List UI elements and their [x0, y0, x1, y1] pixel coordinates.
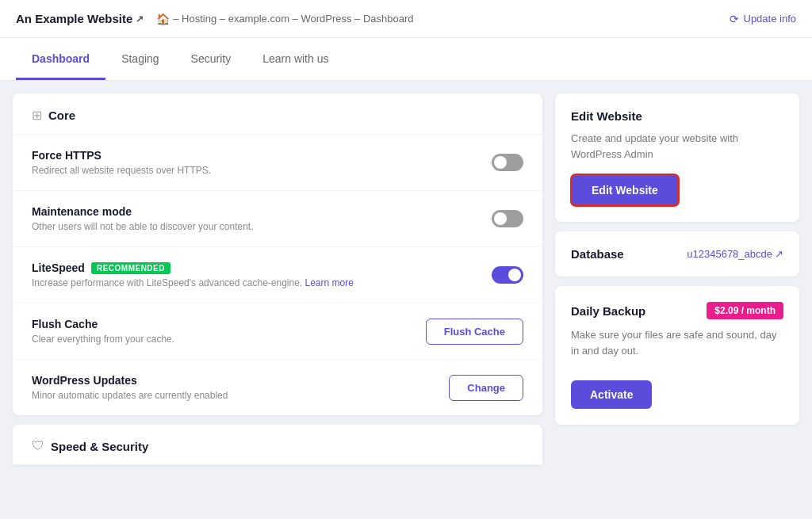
backup-header: Daily Backup $2.09 / month [571, 302, 783, 319]
force-https-info: Force HTTPS Redirect all website request… [32, 149, 492, 176]
force-https-name: Force HTTPS [32, 149, 492, 162]
tab-learn[interactable]: Learn with us [247, 38, 344, 80]
tab-dashboard[interactable]: Dashboard [16, 38, 105, 80]
shield-icon: 🛡 [32, 439, 44, 453]
wordpress-updates-name: WordPress Updates [32, 374, 449, 387]
maintenance-mode-desc: Other users will not be able to discover… [32, 221, 492, 232]
maintenance-mode-info: Maintenance mode Other users will not be… [32, 205, 492, 232]
recommended-badge: RECOMMENDED [91, 262, 170, 274]
flush-cache-name: Flush Cache [32, 318, 426, 330]
maintenance-mode-slider [492, 210, 523, 227]
wordpress-updates-info: WordPress Updates Minor automatic update… [32, 374, 449, 401]
edit-website-desc: Create and update your website with Word… [571, 131, 783, 162]
flush-cache-info: Flush Cache Clear everything from your c… [32, 318, 426, 345]
database-title: Database [571, 247, 624, 261]
layers-icon: ⊞ [32, 108, 42, 123]
home-icon: 🏠 [156, 13, 170, 25]
database-row: Database u12345678_abcde ↗ [571, 247, 783, 261]
litespeed-row: LiteSpeed RECOMMENDED Increase performan… [13, 247, 542, 303]
tabs-bar: Dashboard Staging Security Learn with us [0, 38, 812, 81]
update-info-button[interactable]: ⟳ Update info [730, 13, 797, 25]
flush-cache-desc: Clear everything from your cache. [32, 334, 426, 345]
backup-price-badge: $2.09 / month [707, 302, 783, 319]
main-content: ⊞ Core Force HTTPS Redirect all website … [0, 93, 812, 478]
speed-security-card: 🛡 Speed & Security [13, 425, 542, 465]
maintenance-mode-name: Maintenance mode [32, 205, 492, 218]
litespeed-info: LiteSpeed RECOMMENDED Increase performan… [32, 261, 492, 288]
litespeed-toggle[interactable] [492, 266, 523, 284]
activate-button[interactable]: Activate [571, 380, 652, 409]
wordpress-updates-desc: Minor automatic updates are currently en… [32, 390, 449, 401]
learn-more-link[interactable]: Learn more [305, 277, 354, 288]
backup-title: Daily Backup [571, 304, 645, 318]
site-title: An Example Website ↗ [16, 12, 144, 25]
speed-security-title: Speed & Security [51, 440, 148, 453]
litespeed-slider [492, 266, 523, 284]
right-panel: Edit Website Create and update your webs… [555, 93, 799, 465]
maintenance-mode-toggle[interactable] [492, 210, 523, 227]
left-panel: ⊞ Core Force HTTPS Redirect all website … [13, 93, 542, 465]
core-card: ⊞ Core Force HTTPS Redirect all website … [13, 93, 542, 415]
litespeed-name: LiteSpeed RECOMMENDED [32, 261, 492, 274]
force-https-slider [492, 154, 523, 171]
wordpress-updates-row: WordPress Updates Minor automatic update… [13, 360, 542, 415]
top-header: An Example Website ↗ 🏠 – Hosting – examp… [0, 0, 812, 38]
maintenance-mode-row: Maintenance mode Other users will not be… [13, 191, 542, 247]
force-https-row: Force HTTPS Redirect all website request… [13, 135, 542, 191]
flush-cache-row: Flush Cache Clear everything from your c… [13, 303, 542, 360]
breadcrumb: 🏠 – Hosting – example.com – WordPress – … [156, 13, 413, 25]
speed-security-header: 🛡 Speed & Security [13, 425, 542, 465]
database-link[interactable]: u12345678_abcde ↗ [687, 248, 783, 260]
database-external-icon: ↗ [775, 248, 783, 260]
core-section-title: Core [48, 109, 75, 122]
database-card: Database u12345678_abcde ↗ [555, 231, 799, 277]
tab-staging[interactable]: Staging [105, 38, 174, 80]
flush-cache-button[interactable]: Flush Cache [426, 319, 523, 345]
litespeed-desc: Increase performance with LiteSpeed's ad… [32, 277, 492, 288]
edit-website-button[interactable]: Edit Website [571, 174, 679, 206]
external-link-icon: ↗ [136, 13, 144, 25]
tab-security[interactable]: Security [175, 38, 247, 80]
edit-website-card: Edit Website Create and update your webs… [555, 93, 799, 222]
change-button[interactable]: Change [449, 375, 523, 401]
force-https-desc: Redirect all website requests over HTTPS… [32, 165, 492, 176]
edit-website-title: Edit Website [571, 109, 783, 123]
daily-backup-card: Daily Backup $2.09 / month Make sure you… [555, 286, 799, 425]
backup-desc: Make sure your files are safe and sound,… [571, 327, 783, 358]
refresh-icon: ⟳ [730, 13, 739, 25]
core-section-header: ⊞ Core [13, 93, 542, 135]
force-https-toggle[interactable] [492, 154, 523, 171]
